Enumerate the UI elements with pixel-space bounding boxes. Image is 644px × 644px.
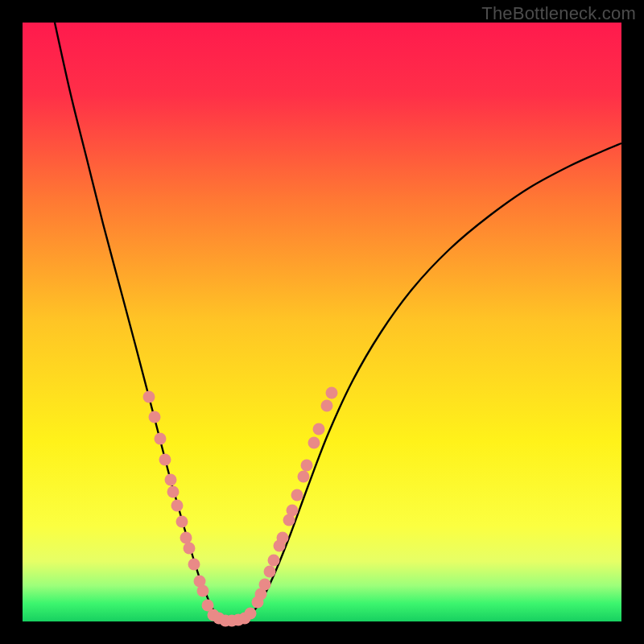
- highlight-dot: [268, 555, 280, 567]
- highlight-dot: [155, 433, 167, 445]
- highlight-dot: [287, 505, 299, 517]
- highlight-dot: [301, 460, 313, 472]
- highlight-dot: [197, 585, 209, 597]
- highlight-dot: [291, 489, 303, 502]
- highlight-dot: [308, 437, 320, 449]
- highlight-dot: [165, 474, 177, 486]
- highlight-dot: [326, 387, 338, 399]
- highlight-dot: [180, 532, 192, 544]
- chart-svg: [23, 23, 621, 621]
- highlight-dot: [188, 559, 200, 571]
- v-curve: [55, 23, 621, 620]
- highlight-dot: [167, 486, 180, 498]
- highlight-dot: [298, 471, 310, 483]
- highlight-dot: [313, 423, 325, 436]
- outer-frame: TheBottleneck.com: [0, 0, 644, 644]
- highlight-dot: [264, 566, 276, 578]
- highlight-dot: [184, 543, 196, 555]
- watermark-text: TheBottleneck.com: [481, 3, 636, 24]
- highlight-dot: [171, 500, 184, 512]
- highlight-dot: [277, 532, 289, 544]
- highlight-dot: [259, 579, 271, 591]
- highlight-dot: [176, 516, 188, 528]
- highlight-dot: [321, 400, 333, 412]
- plot-area: [23, 23, 621, 621]
- highlight-dot: [143, 391, 155, 403]
- highlight-dot: [245, 608, 257, 620]
- highlight-dot: [159, 454, 171, 466]
- highlight-dot: [149, 411, 161, 423]
